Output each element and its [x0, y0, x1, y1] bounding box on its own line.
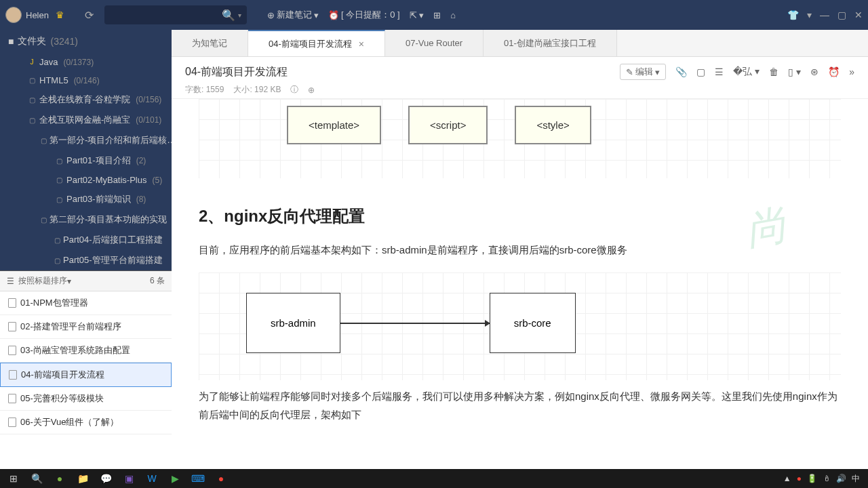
book-icon[interactable]: ▯ ▾: [788, 66, 801, 77]
ime-indicator[interactable]: 中: [852, 473, 860, 485]
home-icon[interactable]: ⌂: [450, 10, 456, 20]
note-item[interactable]: 03-尚融宝管理系统路由配置: [0, 339, 172, 363]
arch-box-left: srb-admin: [246, 293, 340, 353]
task-app[interactable]: ●: [210, 470, 232, 487]
more-icon[interactable]: »: [849, 66, 854, 77]
folder-icon: [27, 115, 37, 125]
external-icon[interactable]: ⇱ ▾: [410, 10, 425, 20]
alarm-icon[interactable]: ⏰: [828, 66, 840, 77]
folder-icon: [41, 215, 47, 224]
delete-icon[interactable]: 🗑: [769, 66, 778, 77]
attachment-icon[interactable]: 📎: [675, 66, 687, 77]
task-app[interactable]: ▣: [118, 470, 140, 487]
share-icon[interactable]: �弘 ▾: [733, 66, 760, 78]
tab[interactable]: 01-创建尚融宝接口工程: [484, 30, 617, 56]
refresh-icon[interactable]: ⟳: [85, 9, 94, 22]
search-task-icon[interactable]: 🔍: [26, 470, 47, 487]
sync-icon[interactable]: 👕: [787, 9, 799, 20]
folder-icon: [54, 195, 64, 204]
note-item[interactable]: 04-前端项目开发流程: [0, 363, 172, 387]
doc-title: 04-前端项目开发流程: [185, 65, 620, 79]
comment-icon[interactable]: ▢: [696, 66, 705, 77]
section-heading: 2、nginx反向代理配置: [199, 205, 841, 227]
task-app[interactable]: ●: [49, 470, 71, 487]
start-button[interactable]: ⊞: [3, 470, 24, 487]
link-icon[interactable]: ⊛: [810, 66, 818, 77]
doc-icon: [8, 418, 16, 427]
diagram-box: <script>: [408, 106, 488, 144]
tray-icon[interactable]: 🕯: [823, 474, 831, 483]
close-button[interactable]: ✕: [854, 9, 863, 20]
folder-icon: [54, 235, 60, 245]
tabs: 为知笔记04-前端项目开发流程×07-Vue Router01-创建尚融宝接口工…: [172, 30, 868, 57]
new-note-button[interactable]: ⊕ 新建笔记 ▾: [267, 9, 319, 21]
maximize-button[interactable]: ▢: [837, 9, 846, 20]
folder-header[interactable]: ■ 文件夹 (3241): [0, 30, 172, 53]
tree-item[interactable]: Part03-前端知识(8): [0, 189, 172, 209]
folder-icon: [54, 256, 60, 265]
folder-icon: [27, 76, 37, 85]
avatar[interactable]: [5, 7, 22, 23]
chevron-down-icon[interactable]: ▾: [67, 277, 71, 286]
tray-icon[interactable]: 🔋: [807, 474, 817, 483]
notelist-header[interactable]: ☰ 按照标题排序 ▾ 6 条: [0, 271, 172, 291]
doc-icon: [8, 298, 16, 308]
sort-icon[interactable]: ☰: [7, 277, 14, 286]
folder-icon: [54, 176, 64, 185]
diagram-box: <style>: [515, 106, 591, 144]
edit-button[interactable]: ✎ 编辑 ▾: [620, 64, 666, 80]
tray-icon[interactable]: ●: [797, 474, 802, 483]
paragraph: 目前，应用程序的前后端基本架构如下：srb-admin是前端程序，直接调用后端的…: [199, 241, 841, 259]
tray-icon[interactable]: ▲: [783, 474, 791, 483]
note-item[interactable]: 02-搭建管理平台前端程序: [0, 315, 172, 339]
close-icon[interactable]: ×: [359, 39, 364, 49]
item-count: 6 条: [150, 275, 165, 287]
search-icon: 🔍: [222, 9, 235, 22]
folder-icon: [41, 136, 47, 145]
tree-item[interactable]: Java(0/1373): [0, 53, 172, 71]
task-app[interactable]: ▶: [164, 470, 186, 487]
folder-icon: [54, 156, 64, 165]
tab[interactable]: 04-前端项目开发流程×: [248, 30, 385, 56]
reminder-button[interactable]: ⏰ [ 今日提醒：0 ]: [328, 9, 400, 21]
task-app[interactable]: W: [141, 470, 163, 487]
note-item[interactable]: 05-完善积分等级模块: [0, 387, 172, 411]
tree-item[interactable]: Part05-管理平台前端搭建: [0, 250, 172, 270]
tree-item[interactable]: 全栈在线教育-谷粒学院(0/156): [0, 89, 172, 110]
apps-icon[interactable]: ⊞: [433, 10, 441, 20]
doc-body[interactable]: <template> <script> <style> 尚 2、nginx反向代…: [172, 99, 868, 469]
sidebar: ■ 文件夹 (3241) Java(0/1373)HTML5(0/146)全栈在…: [0, 30, 172, 469]
js-icon: [27, 58, 37, 67]
add-icon[interactable]: ⊕: [308, 85, 315, 95]
tree-item[interactable]: Part02-MyBatis-Plus(5): [0, 171, 172, 189]
minimize-button[interactable]: —: [820, 9, 829, 20]
tree-item[interactable]: 第一部分-项目介绍和前后端核…: [0, 130, 172, 150]
taskbar: ⊞ 🔍 ● 📁 💬 ▣ W ▶ ⌨ ● ▲ ● 🔋 🕯 🔊 中: [0, 469, 868, 488]
note-item[interactable]: 01-NPM包管理器: [0, 291, 172, 315]
tree-item[interactable]: Part01-项目介绍(2): [0, 150, 172, 171]
doc-icon: [8, 346, 16, 355]
content-area: 为知笔记04-前端项目开发流程×07-Vue Router01-创建尚融宝接口工…: [172, 30, 868, 469]
note-item[interactable]: 06-关于Vue组件（了解）: [0, 411, 172, 434]
tray-icon[interactable]: 🔊: [836, 474, 846, 483]
tree-item[interactable]: Part04-后端接口工程搭建: [0, 230, 172, 250]
task-app[interactable]: ⌨: [187, 470, 209, 487]
task-app[interactable]: 📁: [72, 470, 94, 487]
tree-item[interactable]: 全栈互联网金融-尚融宝(0/101): [0, 110, 172, 130]
chevron-down-icon[interactable]: ▾: [238, 12, 241, 19]
tree-item[interactable]: HTML5(0/146): [0, 71, 172, 89]
task-app[interactable]: 💬: [95, 470, 117, 487]
doc-icon: [8, 394, 16, 403]
tab[interactable]: 07-Vue Router: [385, 30, 484, 56]
menu-icon[interactable]: ▾: [807, 9, 812, 20]
tab[interactable]: 为知笔记: [172, 30, 248, 56]
arch-box-right: srb-core: [490, 293, 576, 353]
doc-header: 04-前端项目开发流程 ✎ 编辑 ▾ 📎 ▢ ☰ �弘 ▾ 🗑 ▯ ▾ ⊛ ⏰ …: [172, 57, 868, 99]
arrow-icon: [340, 323, 490, 324]
crown-icon[interactable]: ♛: [56, 9, 64, 20]
info-icon[interactable]: ⓘ: [290, 84, 298, 96]
username[interactable]: Helen: [26, 10, 49, 20]
search-input[interactable]: 🔍 ▾: [104, 5, 247, 24]
tree-item[interactable]: 第二部分-项目基本功能的实现: [0, 209, 172, 230]
outline-icon[interactable]: ☰: [715, 66, 724, 77]
